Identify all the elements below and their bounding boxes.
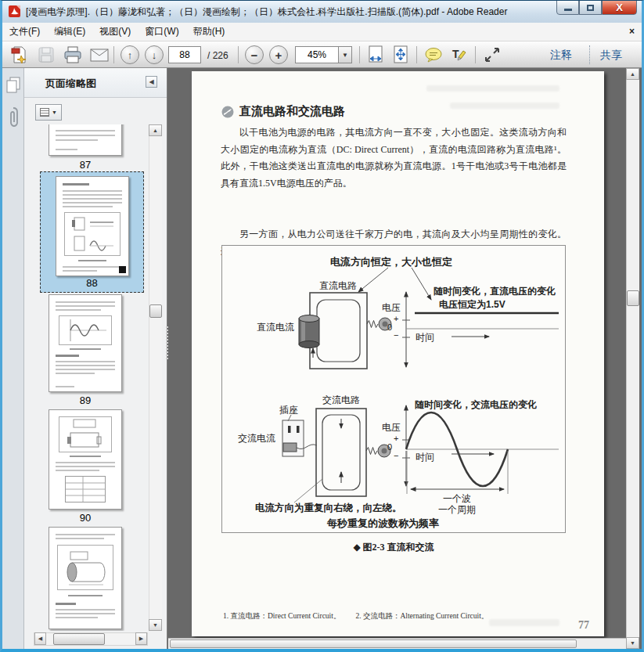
thumbnail-page-87[interactable] <box>49 124 122 156</box>
document-pane[interactable]: 直流电路和交流电路 以干电池为电源的电路，其电流方向一直不变，大小也固定。这类流… <box>168 68 626 649</box>
thumb-decoration <box>56 386 74 387</box>
thumb-decoration <box>63 190 122 192</box>
menubar: 文件(F) 编辑(E) 视图(V) 窗口(W) 帮助(H) × <box>2 23 642 41</box>
thumb-figure <box>59 315 112 345</box>
scrollbar-thumb[interactable] <box>170 639 577 648</box>
thumbnail-horizontal-scrollbar[interactable]: ◀ ▶ <box>34 632 148 646</box>
scroll-down-button[interactable]: ▼ <box>626 637 639 649</box>
diagonal-arrows-icon <box>484 46 501 63</box>
plus-label-dc: + <box>394 314 398 323</box>
time-axis-label-dc: 时间 <box>416 331 434 344</box>
zoom-in-button[interactable]: + <box>269 45 288 64</box>
thumbnail-label-89[interactable]: 89 <box>34 394 137 406</box>
close-document-icon[interactable]: × <box>629 26 635 37</box>
close-icon: X <box>616 2 623 13</box>
menu-help[interactable]: 帮助(H) <box>186 23 232 41</box>
thumbnail-page-91[interactable] <box>49 527 122 629</box>
page-thumbnails-tab-icon[interactable] <box>5 76 21 95</box>
panel-title: 页面缩略图 <box>45 77 96 91</box>
thumb-figure <box>57 545 113 590</box>
minimize-button[interactable] <box>556 0 579 15</box>
thumbnail-vertical-scrollbar[interactable]: ▲ ▼ <box>149 124 162 631</box>
thumbnail-options-button[interactable]: ▼ <box>35 104 62 121</box>
fit-page-button[interactable] <box>390 45 411 65</box>
window-controls: X <box>556 0 637 15</box>
next-page-button[interactable]: ↓ <box>145 45 164 64</box>
thumbnail-label-88[interactable]: 88 <box>41 277 143 289</box>
scrollbar-thumb[interactable] <box>53 633 105 645</box>
close-button[interactable]: X <box>602 0 637 15</box>
thumbnail-page-88[interactable] <box>56 176 129 276</box>
scrollbar-thumb[interactable] <box>149 304 162 318</box>
menu-view[interactable]: 视图(V) <box>92 23 138 41</box>
thumbnail-page-90[interactable] <box>49 409 122 510</box>
menu-window[interactable]: 窗口(W) <box>138 23 185 41</box>
down-arrow-icon: ▼ <box>153 622 158 628</box>
toolbar-separator <box>359 46 360 63</box>
fit-width-button[interactable] <box>365 45 386 65</box>
highlight-text-button[interactable]: T <box>448 45 469 65</box>
titlebar[interactable]: [漫画电学原理].（日）藤泷和弘著；（日）漫画绘制；（日）株式会社.科学出版社.… <box>2 1 642 23</box>
thumb-decoration <box>56 617 98 618</box>
thumbnails-panel: 页面缩略图 ◀ ▼ 87 <box>24 68 167 649</box>
scan-artifact <box>489 619 559 626</box>
menu-file[interactable]: 文件(F) <box>2 23 47 41</box>
document-horizontal-scrollbar[interactable] <box>168 638 626 649</box>
thumb-decoration <box>56 470 99 471</box>
scroll-right-button[interactable]: ▶ <box>135 632 147 645</box>
section-bullet-icon <box>221 106 234 118</box>
thumbnail-label-90[interactable]: 90 <box>34 512 137 524</box>
thumb-decoration <box>70 348 101 350</box>
minus-label-dc: − <box>394 330 398 340</box>
thumb-table <box>65 476 106 503</box>
toolbar: ↑ ↓ / 226 − + 45% ▼ T 注释 共享 <box>2 41 642 68</box>
scrollbar-thumb[interactable] <box>627 290 639 306</box>
comment-bubble-button[interactable] <box>423 45 444 65</box>
save-button[interactable] <box>35 45 56 65</box>
toolbar-separator <box>113 46 114 63</box>
share-panel-button[interactable]: 共享 <box>600 49 622 63</box>
page-number: 77 <box>578 619 589 632</box>
open-file-button[interactable] <box>9 45 30 65</box>
comment-panel-button[interactable]: 注释 <box>550 49 572 63</box>
current-view-indicator[interactable] <box>119 266 126 273</box>
thumb-decoration <box>63 183 89 186</box>
ac-direction-label: 电流方向为重复向右绕，向左绕。 <box>255 502 402 515</box>
collapse-arrow-icon: ◀ <box>149 78 153 85</box>
email-button[interactable] <box>88 45 110 65</box>
thumb-decoration <box>56 309 101 311</box>
pdf-page[interactable]: 直流电路和交流电路 以干电池为电源的电路，其电流方向一直不变，大小也固定。这类流… <box>192 71 604 636</box>
restore-button[interactable] <box>579 0 602 15</box>
page-number-input[interactable] <box>168 46 201 63</box>
zoom-out-button[interactable]: − <box>245 45 264 64</box>
scroll-left-button[interactable]: ◀ <box>34 632 46 645</box>
ac-current-label: 交流电流 <box>238 432 275 445</box>
thumbnail-page-89[interactable] <box>49 294 122 392</box>
toolbar-separator <box>416 46 417 63</box>
document-vertical-scrollbar[interactable]: ▲ ▼ <box>626 68 639 649</box>
thumb-figure <box>64 212 121 256</box>
socket-label: 插座 <box>279 404 298 417</box>
panel-header: 页面缩略图 ◀ <box>24 68 167 98</box>
expand-view-button[interactable] <box>481 45 502 65</box>
print-button[interactable] <box>62 45 83 65</box>
fit-page-icon <box>393 45 408 64</box>
scroll-up-button[interactable]: ▲ <box>149 124 162 136</box>
scroll-up-button[interactable]: ▲ <box>626 68 639 80</box>
zero-label-ac: 0 <box>387 442 392 452</box>
thumb-figure-sketch <box>65 213 120 255</box>
menu-edit[interactable]: 编辑(E) <box>47 23 92 41</box>
scroll-down-button[interactable]: ▼ <box>149 619 162 631</box>
thumbnail-page-88-selected[interactable]: 88 <box>40 171 144 293</box>
thumb-figure-sketch <box>59 316 111 344</box>
dc-level-label: 电压恒定为1.5V <box>439 298 505 312</box>
thumb-decoration <box>63 194 122 196</box>
previous-page-button[interactable]: ↑ <box>121 45 139 64</box>
zoom-dropdown-button[interactable]: ▼ <box>339 46 352 63</box>
collapse-panel-button[interactable]: ◀ <box>146 76 157 88</box>
thumb-decoration <box>78 260 106 261</box>
attachments-paperclip-icon[interactable] <box>6 106 20 131</box>
thumbnail-label-87[interactable]: 87 <box>34 159 137 171</box>
zoom-level-value[interactable]: 45% <box>295 46 339 63</box>
print-icon <box>63 46 82 63</box>
